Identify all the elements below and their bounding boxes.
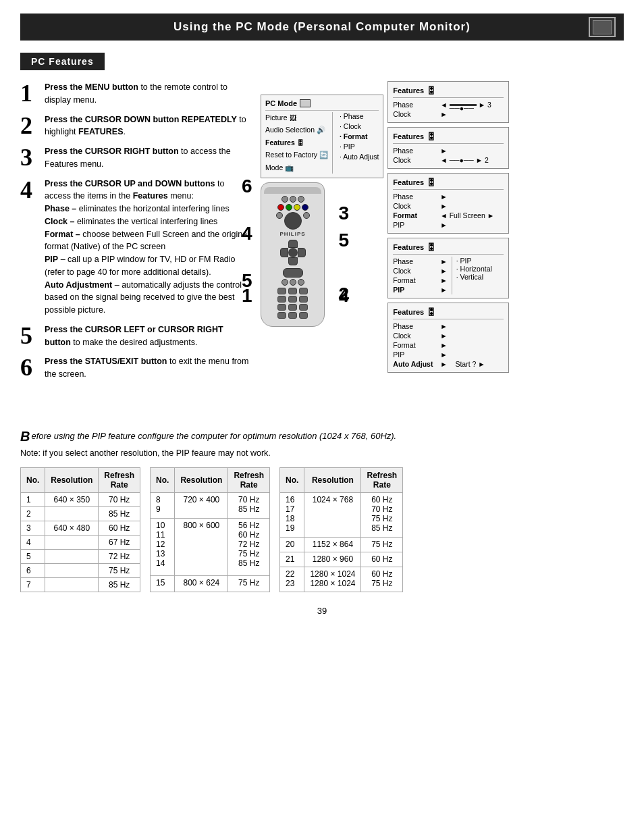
feature-name-pip-3: PIP	[393, 221, 440, 229]
section-title: PC Features	[20, 53, 105, 70]
table1-header-res: Resolution	[45, 467, 99, 492]
table-row: 7 85 Hz	[21, 577, 140, 592]
steps-column: 1 Press the MENU button to the remote co…	[20, 81, 250, 419]
remote-dpad-center	[288, 248, 298, 257]
resolution-table-1: No. Resolution RefreshRate 1 640 × 350 7…	[20, 467, 140, 592]
menu-item-format: · Format	[337, 132, 379, 141]
step-2: 2 Press the CURSOR DOWN button REPEATEDL…	[20, 113, 250, 139]
table1-rate-5: 72 Hz	[99, 549, 140, 563]
menu-panel-mode-label: PC Mode	[265, 99, 297, 107]
step-3: 3 Press the CURSOR RIGHT button to acces…	[20, 145, 250, 171]
remote-num-4	[277, 296, 286, 303]
table2-header-no: No.	[151, 467, 175, 492]
remote-num-1	[277, 288, 286, 294]
feature-row-auto-5: Auto Adjust ► Start ? ►	[393, 359, 504, 369]
feature-panel-2: Features 🎛 Phase ► Clock ◄ ──●── ► 2	[387, 127, 509, 169]
menu-label-reset: Reset to Factory 🔄	[265, 151, 328, 159]
feature-val-phase-5: ►	[440, 322, 447, 330]
table-row: 16171819 1024 × 768 60 Hz70 Hz75 Hz85 Hz	[280, 492, 403, 537]
feature-val-format-5: ►	[440, 341, 447, 349]
page-number: 39	[20, 606, 624, 616]
feature-row-clock-5: Clock ►	[393, 331, 504, 340]
feature-row-phase-5: Phase ►	[393, 321, 504, 331]
remote-mid-buttons	[264, 212, 321, 230]
feature-val-phase-1: ◄ ──●── ► 3	[440, 101, 491, 109]
table2-res-15: 800 × 624	[175, 576, 228, 592]
features-panels: Features 🎛 Phase ◄ ──●── ► 3 Clock ► Fea…	[387, 81, 509, 373]
feature-panel-5: Features 🎛 Phase ► Clock ► Format ►	[387, 303, 509, 373]
table-row: 15 800 × 624 75 Hz	[151, 576, 270, 592]
table1-no-2: 2	[21, 506, 45, 521]
feature-val-clock-2: ◄ ──●── ► 2	[440, 156, 488, 164]
table3-rate-22: 60 Hz75 Hz	[361, 567, 403, 592]
table3-no-16: 16171819	[280, 492, 304, 537]
feature-row-format-3: Format ◄ Full Screen ►	[393, 211, 504, 220]
badge-1: 1	[242, 285, 252, 307]
feature-row-format-4: Format ►	[393, 276, 447, 285]
feature-row-clock-2: Clock ◄ ──●── ► 2	[393, 155, 504, 165]
feature-val-clock-5: ►	[440, 332, 447, 340]
remote-top-buttons	[264, 196, 321, 203]
menu-label-features: Features 🎛	[265, 138, 304, 147]
table2-rate-15: 75 Hz	[228, 576, 270, 592]
remote-bottom-1	[264, 279, 321, 286]
table1-rate-2: 85 Hz	[99, 506, 140, 521]
feature-panel-1-title: Features 🎛	[393, 85, 504, 98]
table1-no-3: 3	[21, 521, 45, 535]
step-4: 4 Press the CURSOR UP and DOWN buttons t…	[20, 178, 250, 317]
feature-row-clock-3: Clock ►	[393, 201, 504, 211]
remote-num-11	[288, 312, 297, 319]
table1-res-5	[45, 549, 99, 563]
feature-row-phase-2: Phase ►	[393, 146, 504, 155]
table-row: 1011121314 800 × 600 56 Hz60 Hz72 Hz75 H…	[151, 519, 270, 576]
feature-panel-5-title: Features 🎛	[393, 307, 504, 319]
step-2-bold: Press the CURSOR DOWN button REPEATEDLY	[45, 115, 237, 124]
table-row: 6 75 Hz	[21, 563, 140, 577]
step-4-number: 4	[20, 178, 39, 202]
feature-row-phase-3: Phase ►	[393, 192, 504, 201]
remote-num-6	[299, 296, 308, 303]
feature-name-format-4: Format	[393, 276, 440, 284]
feature-val-clock-4: ►	[440, 267, 447, 275]
menu-row-mode: Mode 📺	[265, 162, 328, 174]
table1-no-4: 4	[21, 535, 45, 549]
menu-item-phase: · Phase	[337, 112, 379, 121]
table2-rate-8: 70 Hz85 Hz	[228, 492, 270, 519]
remote-num-2	[288, 288, 297, 294]
feature-name-auto-5: Auto Adjust	[393, 360, 440, 368]
table1-no-7: 7	[21, 577, 45, 592]
table1-no-5: 5	[21, 549, 45, 563]
badge-3: 3	[338, 203, 349, 224]
feature-row-pip-5: PIP ►	[393, 350, 504, 359]
remote-num-10	[277, 312, 286, 319]
remote-btn-6	[281, 279, 288, 286]
feature-panel-1: Features 🎛 Phase ◄ ──●── ► 3 Clock ►	[387, 81, 509, 123]
table1-no-6: 6	[21, 563, 45, 577]
step-5-text: Press the CURSOR LEFT or CURSOR RIGHT bu…	[45, 323, 250, 349]
table2-header-res: Resolution	[175, 467, 228, 492]
step-3-text: Press the CURSOR RIGHT button to access …	[45, 145, 250, 171]
italic-note: Before using the PIP feature configure t…	[20, 429, 624, 443]
page-header: Using the PC Mode (Personal Computer Mon…	[20, 14, 624, 41]
feature-val-phase-4: ►	[440, 257, 447, 265]
step-6-number: 6	[20, 355, 39, 380]
remote-num-12	[299, 312, 308, 319]
table-row: 3 640 × 480 60 Hz	[21, 521, 140, 535]
step-1-bold: Press the MENU button	[45, 82, 138, 92]
table-row: 2 85 Hz	[21, 506, 140, 521]
menu-row-features: Features 🎛	[265, 137, 328, 148]
table-row: 4 67 Hz	[21, 535, 140, 549]
remote-btn-5	[303, 212, 310, 219]
main-content: 1 Press the MENU button to the remote co…	[20, 81, 624, 419]
remote-top	[264, 187, 321, 194]
table1-header-rate: RefreshRate	[99, 467, 140, 492]
feature-name-pip-5: PIP	[393, 350, 440, 359]
pip-sub-vertical: · Vertical	[456, 273, 492, 281]
table3-no-20: 20	[280, 537, 304, 552]
feature-panel-2-title: Features 🎛	[393, 131, 504, 144]
menu-row-reset: Reset to Factory 🔄	[265, 149, 328, 161]
badge-6: 6	[242, 176, 252, 197]
table3-rate-20: 75 Hz	[361, 537, 403, 552]
menu-row-audio: Audio Selection 🔊	[265, 124, 328, 136]
step-2-text: Press the CURSOR DOWN button REPEATEDLY …	[45, 113, 250, 139]
